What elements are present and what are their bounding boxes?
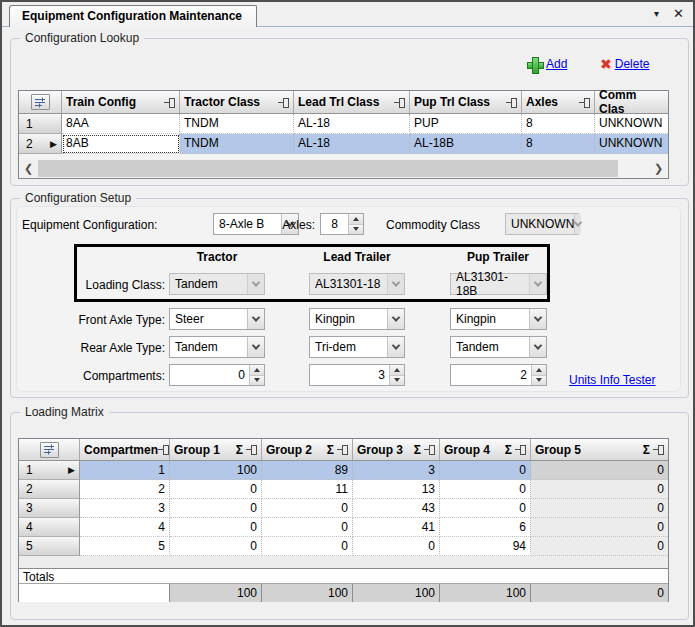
column-header-pup-trl-class[interactable]: Pup Trl Class <box>410 91 522 114</box>
column-header-group-4[interactable]: Group 4Σ <box>440 439 531 461</box>
cell-train-config-focused[interactable]: 8AB <box>62 134 180 154</box>
cell-compartment[interactable]: 1 <box>80 461 170 480</box>
scroll-left-icon[interactable]: ❮ <box>20 160 37 177</box>
spin-up-icon[interactable] <box>390 365 404 376</box>
matrix-row-2[interactable]: 2 2 0 11 13 0 0 <box>19 480 668 499</box>
tab-equipment-configuration-maintenance[interactable]: Equipment Configuration Maintenance <box>9 5 257 27</box>
pin-icon[interactable] <box>337 445 348 454</box>
pin-icon[interactable] <box>394 98 405 107</box>
cell-group-3[interactable]: 3 <box>353 461 440 480</box>
lookup-corner-cell[interactable] <box>19 91 62 114</box>
cell-train-config[interactable]: 8AA <box>62 114 180 134</box>
column-header-axles[interactable]: Axles <box>522 91 595 114</box>
cell-group-2[interactable]: 0 <box>262 537 353 556</box>
cell-lead-trl-class[interactable]: AL-18 <box>294 134 410 154</box>
cell-group-3[interactable]: 0 <box>353 537 440 556</box>
cell-compartment[interactable]: 5 <box>80 537 170 556</box>
chevron-down-icon[interactable] <box>529 309 546 329</box>
pin-icon[interactable] <box>506 98 517 107</box>
spin-down-icon[interactable] <box>250 376 264 386</box>
cell-group-2[interactable]: 89 <box>262 461 353 480</box>
pin-icon[interactable] <box>246 445 257 454</box>
column-header-lead-trl-class[interactable]: Lead Trl Class <box>294 91 410 114</box>
spin-up-icon[interactable] <box>250 365 264 376</box>
column-header-train-config[interactable]: Train Config <box>62 91 180 114</box>
matrix-row-1-selected[interactable]: 1▶ 1 100 89 3 0 0 <box>19 461 668 480</box>
cell-group-5[interactable]: 0 <box>531 499 668 518</box>
spin-down-icon[interactable] <box>390 376 404 386</box>
compartments-pup-spinner[interactable]: 2 <box>450 364 547 386</box>
cell-group-5[interactable]: 0 <box>531 537 668 556</box>
column-header-group-2[interactable]: Group 2Σ <box>262 439 353 461</box>
front-axle-pup-combo[interactable]: Kingpin <box>450 308 547 330</box>
cell-compartment[interactable]: 4 <box>80 518 170 537</box>
column-header-group-3[interactable]: Group 3Σ <box>353 439 440 461</box>
cell-group-4[interactable]: 6 <box>440 518 531 537</box>
row-header[interactable]: 4 <box>19 518 80 537</box>
pin-icon[interactable] <box>164 98 175 107</box>
cell-pup-trl-class[interactable]: AL-18B <box>410 134 522 154</box>
lookup-row-1[interactable]: 1 8AA TNDM AL-18 PUP 8 UNKNOWN <box>19 114 668 134</box>
compartments-lead-spinner[interactable]: 3 <box>309 364 405 386</box>
front-axle-lead-combo[interactable]: Kingpin <box>309 308 405 330</box>
cell-group-5[interactable]: 0 <box>531 480 668 499</box>
pin-icon[interactable] <box>515 445 526 454</box>
sum-icon[interactable]: Σ <box>505 443 515 457</box>
sum-icon[interactable]: Σ <box>327 443 337 457</box>
cell-group-4[interactable]: 0 <box>440 499 531 518</box>
cell-group-1[interactable]: 0 <box>170 518 262 537</box>
units-info-tester-link[interactable]: Units Info Tester <box>569 373 655 387</box>
sum-icon[interactable]: Σ <box>236 443 246 457</box>
row-header[interactable]: 5 <box>19 537 80 556</box>
pin-icon[interactable] <box>158 445 169 454</box>
cell-group-5[interactable]: 0 <box>531 518 668 537</box>
chevron-down-icon[interactable] <box>387 337 404 357</box>
column-header-group-5[interactable]: Group 5Σ <box>531 439 668 461</box>
chevron-down-icon[interactable] <box>529 337 546 357</box>
cell-group-3[interactable]: 13 <box>353 480 440 499</box>
rear-axle-pup-combo[interactable]: Tandem <box>450 336 547 358</box>
pin-icon[interactable] <box>424 445 435 454</box>
pin-icon[interactable] <box>278 98 289 107</box>
cell-comm-class[interactable]: UNKNOWN <box>595 114 668 134</box>
column-header-group-1[interactable]: Group 1Σ <box>170 439 262 461</box>
cell-group-4[interactable]: 0 <box>440 461 531 480</box>
compartments-tractor-spinner[interactable]: 0 <box>169 364 265 386</box>
row-header[interactable]: 2 <box>19 480 80 499</box>
cell-axles[interactable]: 8 <box>522 134 595 154</box>
spinner-value[interactable]: 0 <box>170 365 249 385</box>
cell-compartment[interactable]: 3 <box>80 499 170 518</box>
add-link-label[interactable]: Add <box>546 57 567 71</box>
column-header-comm-class[interactable]: Comm Clas <box>595 91 668 114</box>
spinner-value[interactable]: 2 <box>451 365 531 385</box>
matrix-row-3[interactable]: 3 3 0 0 43 0 0 <box>19 499 668 518</box>
chevron-down-icon[interactable] <box>247 337 264 357</box>
spin-up-icon[interactable] <box>532 365 546 376</box>
pin-icon[interactable] <box>653 445 664 454</box>
cell-group-2[interactable]: 11 <box>262 480 353 499</box>
scrollbar-thumb[interactable] <box>38 160 618 177</box>
cell-group-3[interactable]: 41 <box>353 518 440 537</box>
delete-link-label[interactable]: Delete <box>615 57 650 71</box>
horizontal-scrollbar[interactable]: ❮ ❯ <box>20 160 667 177</box>
sum-icon[interactable]: Σ <box>414 443 424 457</box>
spin-up-icon[interactable] <box>349 214 363 225</box>
cell-group-1[interactable]: 0 <box>170 480 262 499</box>
cell-group-1[interactable]: 100 <box>170 461 262 480</box>
row-header[interactable]: 3 <box>19 499 80 518</box>
cell-group-2[interactable]: 0 <box>262 499 353 518</box>
cell-lead-trl-class[interactable]: AL-18 <box>294 114 410 134</box>
cell-group-1[interactable]: 0 <box>170 499 262 518</box>
chevron-down-icon[interactable] <box>387 309 404 329</box>
sum-icon[interactable]: Σ <box>643 443 653 457</box>
spinner-value[interactable]: 8 <box>321 214 348 234</box>
rear-axle-lead-combo[interactable]: Tri-dem <box>309 336 405 358</box>
cell-tractor-class[interactable]: TNDM <box>180 114 294 134</box>
cell-group-1[interactable]: 0 <box>170 537 262 556</box>
cell-group-4[interactable]: 94 <box>440 537 531 556</box>
cell-compartment[interactable]: 2 <box>80 480 170 499</box>
cell-comm-class[interactable]: UNKNOWN <box>595 134 668 154</box>
cell-group-5[interactable]: 0 <box>531 461 668 480</box>
matrix-row-4[interactable]: 4 4 0 0 41 6 0 <box>19 518 668 537</box>
rear-axle-tractor-combo[interactable]: Tandem <box>169 336 265 358</box>
